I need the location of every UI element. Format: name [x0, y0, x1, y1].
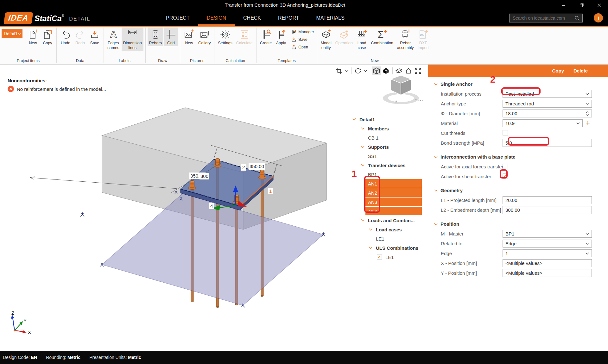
tab-report[interactable]: REPORT: [269, 10, 307, 26]
ribbon-small-button-manager[interactable]: Manager: [290, 28, 315, 36]
tree-item-supports[interactable]: Supports: [351, 142, 422, 151]
ribbon-button-combination[interactable]: ΣCombination: [370, 28, 395, 46]
viewport-tool-section-view[interactable]: [394, 66, 404, 75]
restore-button[interactable]: [573, 0, 590, 10]
minimize-button[interactable]: [555, 0, 573, 10]
tree-item-loads-and-combin[interactable]: Loads and Combin...: [351, 216, 422, 225]
add-material-button[interactable]: +: [586, 119, 590, 127]
delete-button[interactable]: Delete: [573, 68, 588, 73]
navigation-cube[interactable]: [377, 73, 425, 109]
tree-item-bp1[interactable]: BP1: [351, 170, 422, 179]
input-l1-projected-length-mm[interactable]: 20.00: [503, 196, 592, 204]
tree-item-an1[interactable]: AN1: [351, 179, 422, 188]
select-installation-process[interactable]: Post-installed: [503, 90, 592, 98]
ribbon-button-new[interactable]: New: [26, 28, 40, 46]
ribbon-button-dimension-lines[interactable]: Dimension lines: [122, 28, 143, 51]
tree-item-transfer-devices[interactable]: Transfer devices: [351, 160, 422, 170]
input-l2-embedment-depth-mm[interactable]: 300.00: [503, 206, 592, 214]
select-related-to[interactable]: Edge: [503, 240, 592, 248]
tree-item-checkbox[interactable]: ✓: [377, 254, 382, 260]
ribbon-button-grid[interactable]: Grid: [164, 28, 178, 46]
ribbon-button-load-case[interactable]: Load case: [355, 28, 369, 51]
ribbon-button-apply[interactable]: Apply: [274, 28, 288, 46]
chevron-down-icon[interactable]: [361, 219, 364, 222]
field-value: 5.0: [505, 140, 589, 146]
tab-materials[interactable]: MATERIALS: [307, 10, 353, 26]
tree-item-an4[interactable]: AN4: [351, 206, 422, 216]
ribbon-button-gallery[interactable]: Gallery: [197, 28, 212, 46]
checkbox-active-for-axial-forces-transfer[interactable]: [503, 164, 508, 169]
select-anchor-type[interactable]: Threaded rod: [503, 100, 592, 108]
window-controls: [555, 0, 608, 10]
tree-item-le1[interactable]: ✓LE1: [351, 252, 422, 261]
ribbon-button-edges-names[interactable]: AEdges names: [106, 28, 121, 51]
chevron-down-icon[interactable]: [361, 164, 364, 166]
ribbon-button-label: Combination: [371, 41, 393, 46]
viewport-tool-chevron-down[interactable]: [344, 66, 350, 75]
section-interconnection-with-a-base-plate[interactable]: Interconnection with a base plate: [428, 152, 608, 162]
tree-item-detail1[interactable]: Detail1: [351, 115, 422, 124]
input-bond-strength-mpa[interactable]: 5.0: [503, 139, 592, 147]
tree-item-le1[interactable]: LE1: [351, 234, 422, 243]
ribbon-button-rebars[interactable]: Rebars: [148, 28, 163, 46]
ribbon-button-copy[interactable]: Copy: [41, 28, 54, 46]
input-diameter-mm[interactable]: 18.00: [503, 110, 592, 117]
select-m-master[interactable]: BP1: [503, 230, 592, 238]
tree-item-uls-combinations[interactable]: ULS Combinations: [351, 243, 422, 252]
tab-label: MATERIALS: [316, 15, 345, 21]
input-x-position-mm[interactable]: <Multiple values>: [503, 259, 592, 267]
tree-item-an2[interactable]: AN2: [351, 188, 422, 197]
select-material[interactable]: 10.9: [503, 119, 583, 127]
info-icon: i: [598, 15, 599, 21]
tab-project[interactable]: PROJECT: [157, 10, 198, 26]
select-edge[interactable]: 1: [503, 249, 592, 257]
viewport-tool-cube-solid[interactable]: [381, 66, 391, 75]
ribbon-button-undo[interactable]: Undo: [59, 28, 73, 46]
info-button[interactable]: i: [594, 13, 603, 22]
spinner-arrows-icon[interactable]: [586, 111, 589, 116]
ribbon-button-new[interactable]: New: [182, 28, 196, 46]
viewport-tool-chevron-down[interactable]: [363, 66, 368, 75]
chevron-down-icon[interactable]: [369, 247, 372, 249]
copy-button[interactable]: Copy: [552, 68, 564, 73]
chevron-down-icon[interactable]: [369, 228, 372, 231]
tab-check[interactable]: CHECK: [235, 10, 269, 26]
combination-icon: Σ: [377, 29, 388, 40]
chevron-down-icon[interactable]: [352, 118, 356, 121]
dimension-lines-icon: [127, 29, 138, 40]
home-icon: [405, 67, 412, 75]
dxf-import-icon: DXF: [418, 29, 428, 40]
ribbon-small-button-save[interactable]: Save: [290, 36, 315, 43]
ribbon-button-settings[interactable]: </>Settings: [216, 28, 234, 46]
tab-design[interactable]: DESIGN: [198, 10, 235, 26]
ribbon-button-save[interactable]: Save: [88, 28, 102, 46]
3d-viewport[interactable]: 350.00 300 2 350.00 4 1 Nonconformities:…: [0, 65, 426, 351]
nonconformity-message[interactable]: No reinforcement is defined in the model…: [17, 86, 106, 92]
ribbon-button-rebar-assembly[interactable]: Rebar assembly: [396, 28, 415, 51]
checkbox-active-for-shear-transfer[interactable]: ✓: [503, 173, 508, 179]
tree-item-ss1[interactable]: SS1: [351, 151, 422, 160]
viewport-tool-crop[interactable]: [334, 66, 344, 75]
ribbon-small-button-open[interactable]: Open: [290, 43, 315, 51]
chevron-down-icon[interactable]: [361, 127, 364, 130]
close-button[interactable]: [590, 0, 608, 10]
tree-item-members[interactable]: Members: [351, 124, 422, 133]
section-geometry[interactable]: Geometry: [428, 185, 608, 195]
section-single-anchor[interactable]: Single Anchor: [428, 79, 608, 89]
ribbon-button-create[interactable]: Create: [258, 28, 274, 46]
ribbon-button-model-entity[interactable]: Model entity: [319, 28, 333, 51]
search-input[interactable]: [512, 15, 574, 21]
viewport-tool-home[interactable]: [404, 66, 413, 75]
viewport-tool-rotate[interactable]: [353, 66, 363, 75]
viewport-tool-cube-wireframe[interactable]: [372, 66, 381, 75]
chevron-down-icon[interactable]: [361, 146, 364, 148]
tree-item-cb-1[interactable]: CB 1: [351, 133, 422, 142]
project-selector[interactable]: Detail1: [2, 29, 22, 38]
viewport-tool-expand[interactable]: [413, 66, 423, 75]
checkbox-cut-threads[interactable]: [503, 130, 508, 135]
tree-item-load-cases[interactable]: Load cases: [351, 225, 422, 234]
section-position[interactable]: Position: [428, 219, 608, 229]
search-box[interactable]: [509, 14, 583, 22]
input-y-position-mm[interactable]: <Multiple values>: [503, 269, 592, 277]
tree-item-an3[interactable]: AN3: [351, 197, 422, 206]
